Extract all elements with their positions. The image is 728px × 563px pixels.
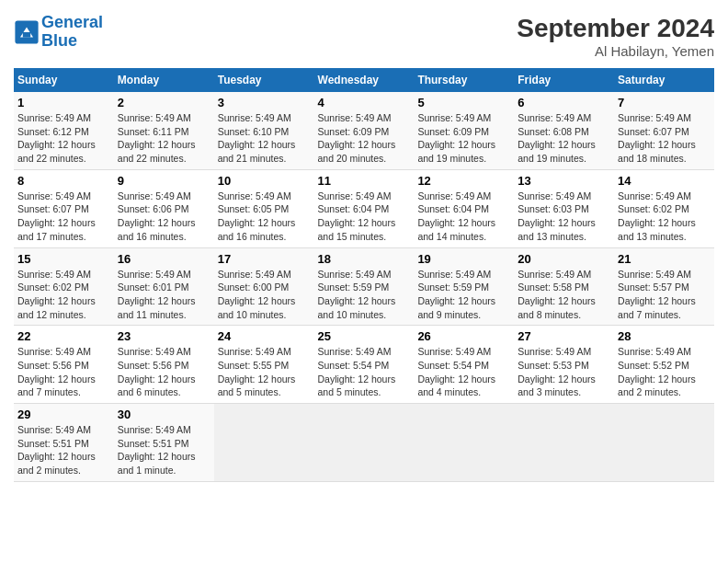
calendar-table: SundayMondayTuesdayWednesdayThursdayFrid… [14,68,714,482]
day-number: 12 [417,174,510,188]
day-info: Sunrise: 5:49 AM Sunset: 5:54 PM Dayligh… [318,345,411,399]
day-number: 6 [518,96,610,109]
day-number: 28 [618,329,711,343]
location-title: Al Habilayn, Yemen [517,43,714,59]
day-cell: 19 Sunrise: 5:49 AM Sunset: 5:59 PM Dayl… [414,247,514,326]
day-number: 29 [17,408,110,421]
day-info: Sunrise: 5:49 AM Sunset: 5:57 PM Dayligh… [618,268,711,322]
calendar-header-row: SundayMondayTuesdayWednesdayThursdayFrid… [14,68,714,92]
day-info: Sunrise: 5:49 AM Sunset: 5:54 PM Dayligh… [417,345,510,399]
day-cell: 8 Sunrise: 5:49 AM Sunset: 6:07 PM Dayli… [14,169,114,247]
day-number: 5 [417,96,510,109]
day-info: Sunrise: 5:49 AM Sunset: 6:10 PM Dayligh… [218,111,311,166]
day-info: Sunrise: 5:49 AM Sunset: 6:06 PM Dayligh… [118,190,210,244]
week-row-1: 1 Sunrise: 5:49 AM Sunset: 6:12 PM Dayli… [14,92,714,169]
day-number: 27 [518,329,610,343]
day-cell: 10 Sunrise: 5:49 AM Sunset: 6:05 PM Dayl… [214,169,314,247]
day-number: 20 [518,252,610,266]
day-info: Sunrise: 5:49 AM Sunset: 5:56 PM Dayligh… [118,345,210,399]
col-header-friday: Friday [514,68,614,92]
day-number: 16 [118,252,210,266]
day-cell: 17 Sunrise: 5:49 AM Sunset: 6:00 PM Dayl… [214,247,314,326]
day-cell: 21 Sunrise: 5:49 AM Sunset: 5:57 PM Dayl… [614,247,714,326]
col-header-thursday: Thursday [414,68,514,92]
day-cell: 1 Sunrise: 5:49 AM Sunset: 6:12 PM Dayli… [14,92,114,169]
logo-text: General Blue [41,14,103,51]
day-cell [314,404,415,482]
day-cell: 23 Sunrise: 5:49 AM Sunset: 5:56 PM Dayl… [114,326,214,404]
day-info: Sunrise: 5:49 AM Sunset: 6:04 PM Dayligh… [417,190,510,244]
week-row-3: 15 Sunrise: 5:49 AM Sunset: 6:02 PM Dayl… [14,247,714,326]
logo: General Blue [14,14,103,51]
week-row-4: 22 Sunrise: 5:49 AM Sunset: 5:56 PM Dayl… [14,326,714,404]
day-number: 13 [518,174,610,188]
day-number: 21 [618,252,711,266]
day-number: 8 [17,174,110,188]
col-header-sunday: Sunday [14,68,114,92]
day-number: 23 [118,329,210,343]
day-info: Sunrise: 5:49 AM Sunset: 6:03 PM Dayligh… [518,190,610,244]
day-info: Sunrise: 5:49 AM Sunset: 6:01 PM Dayligh… [118,268,210,322]
day-info: Sunrise: 5:49 AM Sunset: 6:07 PM Dayligh… [618,111,711,166]
day-info: Sunrise: 5:49 AM Sunset: 6:09 PM Dayligh… [318,111,411,166]
day-cell [414,404,514,482]
logo-general: General [41,13,103,31]
col-header-monday: Monday [114,68,214,92]
day-info: Sunrise: 5:49 AM Sunset: 5:51 PM Dayligh… [118,423,210,477]
day-info: Sunrise: 5:49 AM Sunset: 5:56 PM Dayligh… [17,345,110,399]
col-header-tuesday: Tuesday [214,68,314,92]
day-info: Sunrise: 5:49 AM Sunset: 5:58 PM Dayligh… [518,268,610,322]
day-cell: 22 Sunrise: 5:49 AM Sunset: 5:56 PM Dayl… [14,326,114,404]
day-info: Sunrise: 5:49 AM Sunset: 6:05 PM Dayligh… [218,190,311,244]
day-info: Sunrise: 5:49 AM Sunset: 5:55 PM Dayligh… [218,345,311,399]
day-number: 14 [618,174,711,188]
day-cell [214,404,314,482]
day-info: Sunrise: 5:49 AM Sunset: 5:53 PM Dayligh… [518,345,610,399]
day-cell: 5 Sunrise: 5:49 AM Sunset: 6:09 PM Dayli… [414,92,514,169]
day-cell: 4 Sunrise: 5:49 AM Sunset: 6:09 PM Dayli… [314,92,415,169]
day-cell: 9 Sunrise: 5:49 AM Sunset: 6:06 PM Dayli… [114,169,214,247]
day-cell: 29 Sunrise: 5:49 AM Sunset: 5:51 PM Dayl… [14,404,114,482]
day-cell: 3 Sunrise: 5:49 AM Sunset: 6:10 PM Dayli… [214,92,314,169]
day-number: 30 [118,408,210,421]
week-row-2: 8 Sunrise: 5:49 AM Sunset: 6:07 PM Dayli… [14,169,714,247]
day-info: Sunrise: 5:49 AM Sunset: 6:02 PM Dayligh… [17,268,110,322]
day-cell [614,404,714,482]
day-number: 1 [17,96,110,109]
day-info: Sunrise: 5:49 AM Sunset: 6:11 PM Dayligh… [118,111,210,166]
day-number: 9 [118,174,210,188]
day-cell: 12 Sunrise: 5:49 AM Sunset: 6:04 PM Dayl… [414,169,514,247]
day-cell: 7 Sunrise: 5:49 AM Sunset: 6:07 PM Dayli… [614,92,714,169]
day-info: Sunrise: 5:49 AM Sunset: 6:04 PM Dayligh… [318,190,411,244]
day-number: 15 [17,252,110,266]
col-header-wednesday: Wednesday [314,68,415,92]
day-number: 22 [17,329,110,343]
day-cell: 2 Sunrise: 5:49 AM Sunset: 6:11 PM Dayli… [114,92,214,169]
day-cell: 24 Sunrise: 5:49 AM Sunset: 5:55 PM Dayl… [214,326,314,404]
day-info: Sunrise: 5:49 AM Sunset: 5:59 PM Dayligh… [318,268,411,322]
day-number: 4 [318,96,411,109]
day-number: 3 [218,96,311,109]
day-info: Sunrise: 5:49 AM Sunset: 6:09 PM Dayligh… [417,111,510,166]
day-cell: 6 Sunrise: 5:49 AM Sunset: 6:08 PM Dayli… [514,92,614,169]
title-block: September 2024 Al Habilayn, Yemen [517,14,714,59]
day-number: 7 [618,96,711,109]
day-info: Sunrise: 5:49 AM Sunset: 5:59 PM Dayligh… [417,268,510,322]
day-cell: 25 Sunrise: 5:49 AM Sunset: 5:54 PM Dayl… [314,326,415,404]
page-header: General Blue September 2024 Al Habilayn,… [14,14,714,59]
day-cell: 30 Sunrise: 5:49 AM Sunset: 5:51 PM Dayl… [114,404,214,482]
day-cell: 28 Sunrise: 5:49 AM Sunset: 5:52 PM Dayl… [614,326,714,404]
day-number: 10 [218,174,311,188]
day-info: Sunrise: 5:49 AM Sunset: 6:02 PM Dayligh… [618,190,711,244]
day-info: Sunrise: 5:49 AM Sunset: 6:00 PM Dayligh… [218,268,311,322]
week-row-5: 29 Sunrise: 5:49 AM Sunset: 5:51 PM Dayl… [14,404,714,482]
day-number: 18 [318,252,411,266]
day-cell: 11 Sunrise: 5:49 AM Sunset: 6:04 PM Dayl… [314,169,415,247]
day-info: Sunrise: 5:49 AM Sunset: 6:12 PM Dayligh… [17,111,110,166]
day-info: Sunrise: 5:49 AM Sunset: 5:51 PM Dayligh… [17,423,110,477]
day-number: 17 [218,252,311,266]
logo-icon [14,19,40,45]
day-cell: 16 Sunrise: 5:49 AM Sunset: 6:01 PM Dayl… [114,247,214,326]
day-cell: 26 Sunrise: 5:49 AM Sunset: 5:54 PM Dayl… [414,326,514,404]
col-header-saturday: Saturday [614,68,714,92]
